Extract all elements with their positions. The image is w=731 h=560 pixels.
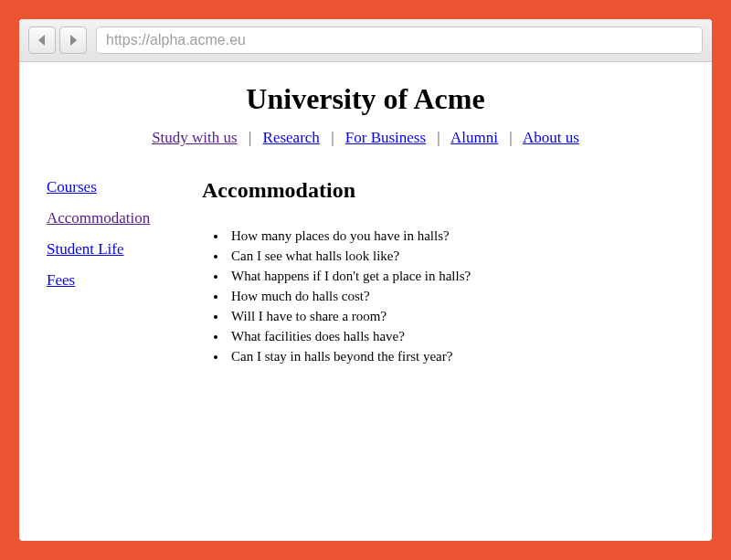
nav-separator: | <box>509 129 512 146</box>
address-bar[interactable] <box>96 26 703 54</box>
list-item: Can I see what halls look like? <box>228 248 684 264</box>
top-nav: Study with us | Research | For Business … <box>47 129 684 147</box>
list-item: What happens if I don't get a place in h… <box>228 269 684 284</box>
nav-for-business[interactable]: For Business <box>345 129 426 146</box>
nav-study-with-us[interactable]: Study with us <box>152 129 238 146</box>
url-input[interactable] <box>106 32 693 48</box>
list-item: Will I have to share a room? <box>228 309 684 324</box>
back-button[interactable] <box>28 26 56 54</box>
forward-button[interactable] <box>59 26 87 54</box>
nav-separator: | <box>437 129 440 146</box>
sidebar: Courses Accommodation Student Life Fees <box>47 178 202 302</box>
nav-alumni[interactable]: Alumni <box>450 129 498 146</box>
page-body: University of Acme Study with us | Resea… <box>19 62 712 541</box>
sidebar-item-fees[interactable]: Fees <box>47 271 202 290</box>
nav-separator: | <box>249 129 251 146</box>
sidebar-item-courses[interactable]: Courses <box>47 178 202 196</box>
sidebar-item-accommodation[interactable]: Accommodation <box>47 209 202 227</box>
list-item: How many places do you have in halls? <box>228 228 684 244</box>
sidebar-item-student-life[interactable]: Student Life <box>47 240 202 259</box>
list-item: How much do halls cost? <box>228 289 684 304</box>
list-item: What facilities does halls have? <box>228 329 684 344</box>
nav-research[interactable]: Research <box>263 129 320 146</box>
nav-separator: | <box>331 129 334 146</box>
back-icon <box>37 34 48 47</box>
browser-window: University of Acme Study with us | Resea… <box>19 19 712 541</box>
section-heading: Accommodation <box>202 178 684 203</box>
nav-about-us[interactable]: About us <box>523 129 579 146</box>
faq-list: How many places do you have in halls? Ca… <box>202 228 684 365</box>
page-title: University of Acme <box>47 82 684 116</box>
list-item: Can I stay in halls beyond the first yea… <box>228 349 684 365</box>
content: Accommodation How many places do you hav… <box>202 178 684 369</box>
browser-toolbar <box>19 19 712 62</box>
columns: Courses Accommodation Student Life Fees … <box>47 178 684 369</box>
forward-icon <box>68 34 79 47</box>
